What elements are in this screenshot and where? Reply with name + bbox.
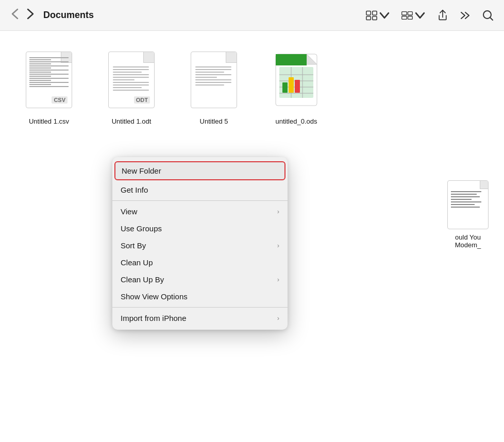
file-icon-untitled5 [186,46,242,113]
search-button[interactable] [480,8,496,23]
file-name: Untitled 1.odt [112,117,152,126]
menu-item-label: Import from iPhone [121,314,187,322]
svg-rect-12 [276,54,307,65]
forward-button[interactable] [24,6,37,24]
back-button[interactable] [8,6,22,24]
nav-buttons [8,6,37,24]
menu-item-use-groups[interactable]: Use Groups [112,220,288,237]
svg-rect-22 [295,80,300,93]
list-item[interactable]: CSV Untitled 1.csv [21,46,77,126]
svg-rect-6 [408,11,412,15]
svg-rect-1 [373,11,377,15]
submenu-arrow-icon: › [277,314,279,322]
file-icon-csv: CSV [21,46,77,113]
menu-separator-1 [112,200,288,201]
menu-item-label: Use Groups [121,224,162,233]
menu-item-label: Show View Options [121,292,188,301]
svg-rect-2 [366,16,371,20]
menu-item-label: Get Info [121,185,148,194]
share-button[interactable] [435,8,450,23]
toolbar: Documents [0,0,504,31]
context-menu: New Folder Get Info View › Use Groups So… [112,157,288,330]
submenu-arrow-icon: › [277,242,279,249]
menu-item-sort-by[interactable]: Sort By › [112,237,288,254]
file-name: Untitled 5 [200,117,228,126]
submenu-arrow-icon: › [277,276,279,283]
menu-item-import-from-iphone[interactable]: Import from iPhone › [112,310,288,327]
submenu-arrow-icon: › [277,208,279,215]
list-view-button[interactable] [399,8,428,23]
partial-file-label: ould YouModem_ [447,233,489,249]
menu-item-label: New Folder [122,166,161,175]
menu-item-label: Sort By [121,241,146,250]
toolbar-actions [364,8,496,23]
list-item[interactable]: Untitled 5 [186,46,242,126]
svg-rect-5 [402,16,407,19]
grid-view-button[interactable] [364,8,392,23]
file-badge-csv: CSV [52,96,68,104]
menu-item-new-folder[interactable]: New Folder [114,161,285,180]
more-button[interactable] [458,8,473,23]
menu-item-clean-up-by[interactable]: Clean Up By › [112,271,288,288]
menu-separator-2 [112,307,288,308]
partial-file-area: ould YouModem_ [447,180,489,249]
list-item[interactable]: ODT Untitled 1.odt [103,46,160,126]
file-grid: CSV Untitled 1.csv ODT [0,31,504,142]
svg-rect-0 [366,11,371,15]
menu-item-get-info[interactable]: Get Info [112,181,288,198]
svg-rect-21 [289,77,294,93]
menu-item-label: Clean Up By [121,275,164,284]
menu-item-label: Clean Up [121,258,153,267]
grid-view-chevron-icon [379,10,390,21]
menu-item-view[interactable]: View › [112,203,288,220]
file-name: untitled_0.ods [276,117,317,126]
file-name: Untitled 1.csv [29,117,69,126]
svg-rect-7 [408,16,412,19]
svg-rect-20 [282,82,288,93]
menu-item-clean-up[interactable]: Clean Up [112,254,288,271]
file-icon-odt: ODT [103,46,160,113]
list-view-chevron-icon [414,10,426,21]
list-item[interactable]: untitled_0.ods [268,46,325,126]
svg-rect-4 [402,11,407,15]
menu-item-show-view-options[interactable]: Show View Options [112,288,288,305]
svg-rect-3 [373,16,377,20]
file-badge-odt: ODT [134,96,150,104]
menu-item-label: View [121,207,137,216]
page-title: Documents [43,10,358,21]
file-icon-ods [268,46,325,113]
